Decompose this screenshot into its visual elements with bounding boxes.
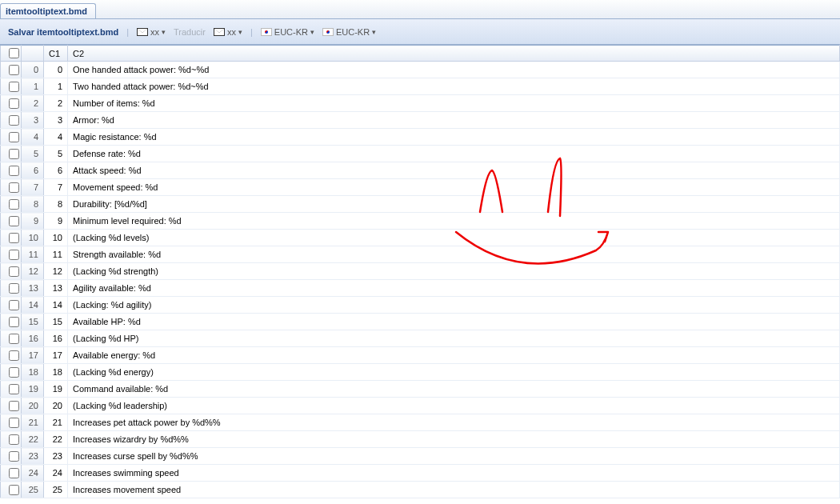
cell-c2[interactable]: Increases swimming speed — [68, 465, 840, 482]
row-checkbox[interactable] — [9, 334, 19, 344]
cell-c2[interactable]: Defense rate: %d — [68, 146, 840, 162]
cell-c1[interactable]: 1 — [44, 78, 68, 95]
cell-c1[interactable]: 10 — [44, 230, 68, 246]
row-checkbox-cell[interactable] — [1, 465, 22, 482]
table-row[interactable]: 1010(Lacking %d levels) — [1, 230, 840, 246]
row-checkbox-cell[interactable] — [1, 246, 22, 263]
table-row[interactable]: 33Armor: %d — [1, 112, 840, 129]
row-checkbox-cell[interactable] — [1, 179, 22, 196]
row-checkbox-cell[interactable] — [1, 196, 22, 213]
row-checkbox-cell[interactable] — [1, 230, 22, 246]
table-row[interactable]: 99Minimum level required: %d — [1, 213, 840, 230]
row-checkbox-cell[interactable] — [1, 347, 22, 364]
table-row[interactable]: 11Two handed attack power: %d~%d — [1, 78, 840, 95]
row-checkbox-cell[interactable] — [1, 381, 22, 398]
row-checkbox[interactable] — [9, 384, 19, 394]
cell-c2[interactable]: (Lacking %d HP) — [68, 330, 840, 347]
row-checkbox[interactable] — [9, 149, 19, 159]
row-checkbox[interactable] — [9, 401, 19, 411]
row-checkbox[interactable] — [9, 233, 19, 243]
row-checkbox-cell[interactable] — [1, 314, 22, 330]
table-row[interactable]: 1212(Lacking %d strength) — [1, 263, 840, 280]
cell-c2[interactable]: Armor: %d — [68, 112, 840, 129]
row-checkbox-cell[interactable] — [1, 213, 22, 230]
cell-c2[interactable]: Increases wizardry by %d%% — [68, 431, 840, 448]
row-checkbox[interactable] — [9, 182, 19, 193]
row-checkbox[interactable] — [9, 266, 19, 277]
cell-c1[interactable]: 2 — [44, 95, 68, 112]
cell-c2[interactable]: Increases curse spell by %d%% — [68, 448, 840, 465]
row-checkbox-cell[interactable] — [1, 448, 22, 465]
row-checkbox-cell[interactable] — [1, 364, 22, 381]
cell-c2[interactable]: Increases movement speed — [68, 482, 840, 498]
row-checkbox[interactable] — [9, 82, 19, 92]
row-checkbox-cell[interactable] — [1, 280, 22, 297]
cell-c2[interactable]: Durability: [%d/%d] — [68, 196, 840, 213]
row-checkbox-cell[interactable] — [1, 62, 22, 78]
table-row[interactable]: 22Number of items: %d — [1, 95, 840, 112]
cell-c1[interactable]: 23 — [44, 448, 68, 465]
header-c2[interactable]: C2 — [68, 46, 840, 62]
row-checkbox[interactable] — [9, 418, 19, 428]
row-checkbox[interactable] — [9, 367, 19, 378]
save-button[interactable]: Salvar itemtooltiptext.bmd — [8, 27, 118, 37]
row-checkbox-cell[interactable] — [1, 146, 22, 162]
file-tab[interactable]: itemtooltiptext.bmd — [0, 3, 96, 18]
cell-c1[interactable]: 9 — [44, 213, 68, 230]
table-row[interactable]: 2121Increases pet attack power by %d%% — [1, 414, 840, 431]
header-rownum[interactable] — [22, 46, 44, 62]
cell-c1[interactable]: 0 — [44, 62, 68, 78]
source-encoding-dropdown[interactable]: EUC-KR ▾ — [261, 27, 314, 37]
row-checkbox[interactable] — [9, 434, 19, 445]
row-checkbox[interactable] — [9, 300, 19, 310]
cell-c2[interactable]: Number of items: %d — [68, 95, 840, 112]
cell-c1[interactable]: 15 — [44, 314, 68, 330]
cell-c2[interactable]: Attack speed: %d — [68, 162, 840, 179]
row-checkbox[interactable] — [9, 216, 19, 226]
select-all-checkbox[interactable] — [9, 48, 19, 58]
cell-c2[interactable]: Agility available: %d — [68, 280, 840, 297]
cell-c2[interactable]: Minimum level required: %d — [68, 213, 840, 230]
cell-c1[interactable]: 7 — [44, 179, 68, 196]
row-checkbox-cell[interactable] — [1, 330, 22, 347]
cell-c2[interactable]: Strength available: %d — [68, 246, 840, 263]
table-row[interactable]: 1717Available energy: %d — [1, 347, 840, 364]
table-row[interactable]: 44Magic resistance: %d — [1, 129, 840, 146]
source-language-dropdown[interactable]: xx ▾ — [137, 27, 166, 37]
row-checkbox[interactable] — [9, 350, 19, 361]
table-row[interactable]: 1919Command available: %d — [1, 381, 840, 398]
cell-c2[interactable]: One handed attack power: %d~%d — [68, 62, 840, 78]
cell-c1[interactable]: 12 — [44, 263, 68, 280]
cell-c1[interactable]: 5 — [44, 146, 68, 162]
header-checkbox-cell[interactable] — [1, 46, 22, 62]
cell-c2[interactable]: (Lacking %d strength) — [68, 263, 840, 280]
data-grid[interactable]: C1 C2 00One handed attack power: %d~%d11… — [0, 45, 840, 498]
table-row[interactable]: 88Durability: [%d/%d] — [1, 196, 840, 213]
row-checkbox-cell[interactable] — [1, 78, 22, 95]
table-row[interactable]: 1515Available HP: %d — [1, 314, 840, 330]
row-checkbox[interactable] — [9, 250, 19, 260]
cell-c1[interactable]: 24 — [44, 465, 68, 482]
row-checkbox[interactable] — [9, 451, 19, 462]
row-checkbox-cell[interactable] — [1, 112, 22, 129]
cell-c2[interactable]: Magic resistance: %d — [68, 129, 840, 146]
cell-c2[interactable]: Increases pet attack power by %d%% — [68, 414, 840, 431]
cell-c1[interactable]: 6 — [44, 162, 68, 179]
cell-c2[interactable]: Available HP: %d — [68, 314, 840, 330]
cell-c2[interactable]: Available energy: %d — [68, 347, 840, 364]
row-checkbox[interactable] — [9, 166, 19, 176]
row-checkbox[interactable] — [9, 132, 19, 142]
cell-c1[interactable]: 3 — [44, 112, 68, 129]
row-checkbox[interactable] — [9, 317, 19, 327]
cell-c2[interactable]: (Lacking %d energy) — [68, 364, 840, 381]
table-row[interactable]: 1414(Lacking: %d agility) — [1, 297, 840, 314]
table-row[interactable]: 1616(Lacking %d HP) — [1, 330, 840, 347]
row-checkbox-cell[interactable] — [1, 482, 22, 498]
cell-c1[interactable]: 20 — [44, 398, 68, 414]
row-checkbox[interactable] — [9, 468, 19, 478]
cell-c2[interactable]: Two handed attack power: %d~%d — [68, 78, 840, 95]
row-checkbox-cell[interactable] — [1, 95, 22, 112]
cell-c1[interactable]: 13 — [44, 280, 68, 297]
cell-c1[interactable]: 19 — [44, 381, 68, 398]
table-row[interactable]: 55Defense rate: %d — [1, 146, 840, 162]
